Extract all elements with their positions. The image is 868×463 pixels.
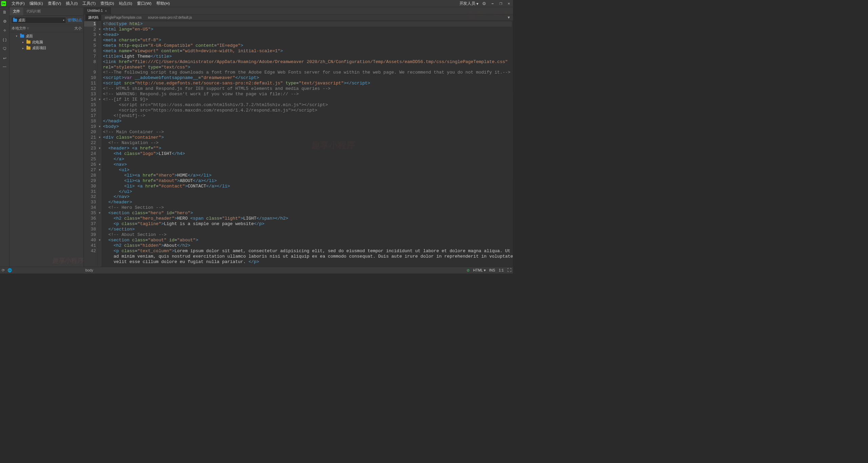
menu-site[interactable]: 站点(S) (117, 0, 134, 7)
expand-icon[interactable]: ⛶ (507, 268, 511, 273)
subtab-source[interactable]: 源代码 (85, 14, 101, 21)
tree-label: 桌面 (26, 34, 33, 38)
expander-icon[interactable]: ▸ (22, 46, 25, 49)
globe-icon[interactable]: 🌐 (7, 268, 12, 273)
close-icon[interactable]: ✕ (105, 9, 107, 12)
related-files-bar: 源代码 singlePageTemplate.css source-sans-p… (84, 15, 513, 21)
sync-settings-icon[interactable]: ⚙ (482, 1, 486, 6)
tree-item-pc[interactable]: ▸ 此电脑 (11, 39, 83, 45)
site-dropdown-label: 桌面 (18, 18, 25, 23)
no-errors-icon[interactable]: ⊘ (467, 268, 470, 273)
menu-help[interactable]: 帮助(H) (154, 0, 172, 7)
doc-tab-untitled[interactable]: Untitled-1 ✕ (84, 7, 111, 14)
col-header-size[interactable]: 大小 (74, 26, 81, 31)
titlebar: Dw 文件(F) 编辑(E) 查看(V) 插入(I) 工具(T) 查找(D) 站… (0, 0, 513, 7)
tree-root[interactable]: ▾ 桌面 (11, 33, 83, 39)
window-restore-button[interactable]: ❐ (498, 1, 504, 6)
statusbar: ⟳ 🌐 body ⊘ HTML ▾ INS 1:1 ⛶ (0, 267, 513, 274)
expander-icon[interactable]: ▸ (22, 40, 25, 43)
tag-selector[interactable]: body (85, 268, 93, 272)
subtab-css[interactable]: singlePageTemplate.css (102, 15, 144, 21)
tree-label: 桌面项目 (32, 46, 47, 51)
panel-tab-files[interactable]: 文件 (9, 7, 23, 16)
language-selector[interactable]: HTML ▾ (473, 268, 486, 273)
chevron-down-icon: ▾ (63, 19, 64, 22)
file-management-icon[interactable]: 🗎 (2, 9, 8, 15)
app-logo: Dw (1, 1, 6, 6)
code-editor[interactable]: 1234567891011121314151617181920212223242… (84, 21, 513, 267)
tree-label: 此电脑 (32, 40, 43, 44)
site-dropdown[interactable]: 桌面 ▾ (11, 17, 66, 23)
menu-edit[interactable]: 编辑(E) (27, 0, 45, 7)
folder-icon (26, 40, 31, 43)
col-header-files[interactable]: 本地文件 ↑ (12, 26, 74, 31)
panel-tab-snippets[interactable]: 代码片断 (23, 7, 44, 16)
wand-icon[interactable]: ✧ (2, 28, 8, 34)
menu-file[interactable]: 文件(F) (9, 0, 27, 7)
menu-window[interactable]: 窗口(W) (135, 0, 153, 7)
window-minimize-button[interactable]: ━ (490, 1, 496, 6)
more-tools-icon[interactable]: ••• (3, 65, 6, 68)
refresh-icon[interactable]: ⟳ (2, 268, 5, 273)
tree-item-desktop-items[interactable]: ▸ 桌面项目 (11, 45, 83, 51)
filter-icon[interactable]: ▼ (507, 16, 511, 20)
main-menu: 文件(F) 编辑(E) 查看(V) 插入(I) 工具(T) 查找(D) 站点(S… (9, 0, 172, 7)
workspace-switcher[interactable]: 开发人员 ▾ (459, 1, 479, 6)
language-label: HTML (473, 268, 483, 272)
subtab-js[interactable]: source-sans-pro:n2:default.js (145, 15, 195, 21)
chevron-down-icon: ▾ (484, 268, 486, 273)
brackets-icon[interactable]: { } (2, 37, 8, 43)
file-tree: ▾ 桌面 ▸ 此电脑 ▸ 桌面项目 (9, 32, 83, 52)
workspace-label: 开发人员 (459, 1, 475, 6)
cursor-position[interactable]: 1:1 (499, 268, 504, 272)
insert-mode[interactable]: INS (489, 268, 495, 272)
left-rail: 🗎 ⚙ ✧ { } 🗨 ↩ ••• (0, 7, 9, 267)
window-close-button[interactable]: ✕ (506, 1, 512, 6)
manage-sites-link[interactable]: 管理站点 (67, 18, 82, 23)
files-panel: 文件 代码片断 桌面 ▾ 管理站点 本地文件 ↑ 大小 ▾ 桌面 ▸ 此 (9, 7, 84, 267)
menu-find[interactable]: 查找(D) (98, 0, 116, 7)
folder-icon (20, 35, 24, 38)
menu-view[interactable]: 查看(V) (46, 0, 63, 7)
editor-area: Untitled-1 ✕ 源代码 singlePageTemplate.css … (84, 7, 513, 267)
chevron-down-icon: ▾ (476, 1, 478, 6)
document-tabs: Untitled-1 ✕ (84, 7, 513, 14)
menu-insert[interactable]: 插入(I) (64, 0, 80, 7)
menu-tools[interactable]: 工具(T) (80, 0, 98, 7)
comment-icon[interactable]: 🗨 (2, 46, 8, 52)
folder-icon (26, 46, 31, 49)
wrap-icon[interactable]: ↩ (2, 55, 8, 61)
folder-icon (13, 19, 17, 22)
settings-sliders-icon[interactable]: ⚙ (2, 18, 8, 24)
expander-icon[interactable]: ▾ (16, 35, 18, 38)
doc-tab-label: Untitled-1 (87, 8, 103, 13)
